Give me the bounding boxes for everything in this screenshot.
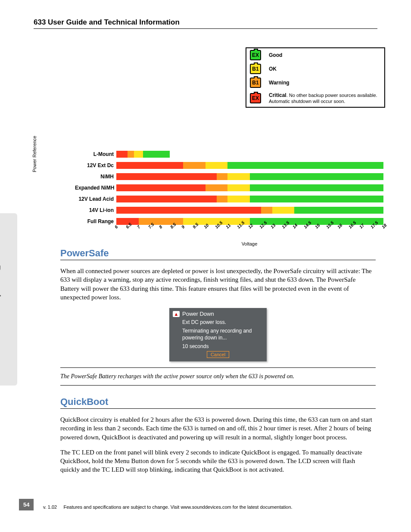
chart-row: 12V Lead Acid <box>75 193 385 205</box>
battery-icon: EX <box>250 50 261 60</box>
battery-icon: B1 <box>250 64 261 74</box>
section-quickboot: QuickBoot QuickBoot circuitry is enabled… <box>60 396 376 481</box>
powersafe-body: When all connected power sources are dep… <box>60 267 376 302</box>
dialog-line1: Ext DC power loss. <box>182 319 263 326</box>
chart-row: Expanded NiMH <box>75 182 385 193</box>
chart-row-label: Full Range <box>75 218 116 224</box>
note-rule-bottom <box>60 385 376 386</box>
battery-icon: EX <box>250 93 261 103</box>
power-down-dialog: ▲Power Down Ext DC power loss. Terminati… <box>169 308 267 361</box>
y-axis-label: Power Reference <box>32 136 37 172</box>
chart-bar <box>116 196 383 202</box>
warning-icon: ▲ <box>173 311 180 317</box>
battery-icon: B1 <box>250 78 261 88</box>
legend-label: Good <box>269 52 282 58</box>
page-header: 633 User Guide and Technical Information <box>34 18 377 27</box>
cancel-button[interactable]: Cancel <box>207 351 229 358</box>
footer-version: v. 1.02 <box>43 504 57 510</box>
chart-row-label: NiMH <box>75 174 116 180</box>
chart-segment-critical <box>116 162 183 169</box>
chart-row: 14V Li-ion <box>75 205 385 216</box>
chart-row: NiMH <box>75 171 385 182</box>
chart-bar <box>116 151 383 158</box>
chart-segment-critical <box>116 196 217 202</box>
x-axis-label: Voltage <box>114 241 385 246</box>
chart-segment-warning <box>128 151 134 158</box>
chart-segment-good <box>294 207 383 214</box>
chart-segment-critical <box>116 207 261 214</box>
chart-segment-ok <box>227 184 250 191</box>
legend-label: Warning <box>269 80 290 86</box>
footer-text: Features and specifications are subject … <box>64 504 293 510</box>
chart-segment-ok <box>227 173 250 180</box>
chart-bar <box>116 207 383 214</box>
chart-bar <box>116 162 383 169</box>
chart-row-label: 12V Lead Acid <box>75 196 116 202</box>
page: 633 User Guide and Technical Information… <box>0 0 411 532</box>
chart-segment-warning <box>183 162 206 169</box>
rule <box>60 260 376 260</box>
chart-segment-ok <box>227 196 250 202</box>
chart-row-label: 12V Ext Dc <box>75 162 116 168</box>
chart-segment-good <box>143 151 170 158</box>
chart-segment-warning <box>217 173 228 180</box>
quickboot-p2: The TC LED on the front panel will blink… <box>60 448 376 474</box>
chart-segment-good <box>250 173 383 180</box>
chart-segment-ok <box>272 207 295 214</box>
dialog-title: Power Down <box>182 311 214 317</box>
chart-segment-good <box>227 162 383 169</box>
chart-segment-critical <box>116 151 128 158</box>
chart-bar <box>116 184 383 191</box>
legend-label: Critical <box>269 92 286 98</box>
powersafe-note: The PowerSafe Battery recharges with the… <box>60 373 376 380</box>
chart-segment-critical <box>116 184 206 191</box>
note-rule-top <box>60 367 376 368</box>
chart-bar <box>116 173 383 180</box>
section-powersafe: PowerSafe When all connected power sourc… <box>60 248 376 391</box>
chart-row-label: 14V Li-ion <box>75 207 116 213</box>
rule <box>60 408 376 409</box>
sidebar-tab <box>0 213 17 386</box>
chart-row: L-Mount <box>75 149 385 160</box>
chart-segment-warning <box>217 196 228 202</box>
chart-segment-critical <box>116 173 217 180</box>
legend-label: OK <box>269 66 277 72</box>
heading-powersafe: PowerSafe <box>60 248 376 259</box>
chart-row-label: Expanded NiMH <box>75 185 116 191</box>
chart-segment-warning <box>206 184 228 191</box>
chart-segment-ok <box>134 151 143 158</box>
chart-segment-ok <box>206 162 228 169</box>
chart-segment-warning <box>139 218 183 225</box>
footer: v. 1.02 Features and specifications are … <box>43 504 377 510</box>
quickboot-p1: QuickBoot circuitry is enabled for 2 hou… <box>60 415 376 442</box>
page-number: 54 <box>19 499 34 510</box>
chart-row: 12V Ext Dc <box>75 160 385 171</box>
header-rule <box>34 28 377 29</box>
legend: EXGoodB1OKB1WarningEXCritical. No other … <box>246 47 385 108</box>
chart-segment-good <box>250 184 383 191</box>
dialog-countdown: 10 seconds <box>182 343 263 349</box>
heading-quickboot: QuickBoot <box>60 396 376 408</box>
chart-segment-good <box>250 196 383 202</box>
chart-segment-warning <box>261 207 272 214</box>
dialog-line2: Terminating any recording and powering d… <box>182 327 263 341</box>
sidebar-label: Powering <box>0 265 3 309</box>
chart-row-label: L-Mount <box>75 151 116 157</box>
